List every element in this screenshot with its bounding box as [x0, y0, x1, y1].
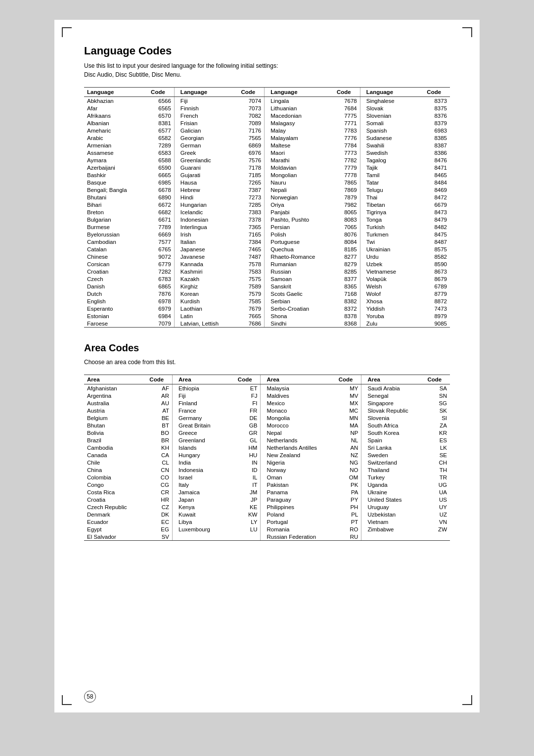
lang-name: Cambodian — [84, 238, 148, 245]
lang-name: Maltese — [265, 142, 334, 149]
area-name: Portugal — [261, 518, 336, 525]
lang-col-3-header: Language — [265, 88, 334, 97]
lang-code: 7265 — [238, 179, 264, 186]
lang-name: Azerbaijani — [84, 164, 148, 171]
lang-name: Hausa — [174, 179, 238, 186]
table-row: Bihari6672Hungarian7285Oriya7982Tibetan6… — [84, 201, 450, 208]
area-name: Netherlands — [261, 436, 336, 444]
lang-name: Tigrinya — [360, 208, 424, 216]
acode-col-3-header: Code — [336, 375, 361, 384]
area-name: Malaysia — [261, 384, 336, 392]
area-code: CG — [146, 481, 172, 488]
area-col-2-header: Area — [172, 375, 234, 384]
lang-name: Volapük — [360, 275, 424, 283]
area-code: BO — [146, 429, 172, 436]
area-code: CL — [146, 459, 172, 466]
lang-code: 6679 — [424, 201, 450, 208]
table-row: Breton6682Icelandic7383Panjabi8065Tigrin… — [84, 208, 450, 216]
area-code: MV — [336, 392, 361, 399]
table-row: Estonian6984Latin7665Shona8378Yoruba8979 — [84, 312, 450, 320]
lang-code: 8376 — [424, 112, 450, 119]
area-code: BE — [146, 414, 172, 422]
area-code: BR — [146, 436, 172, 444]
area-table: Area Code Area Code Area Code Area Code … — [84, 375, 450, 541]
lang-code: 7776 — [334, 134, 360, 142]
lang-name: Icelandic — [174, 208, 238, 216]
lang-name: Turkish — [360, 223, 424, 231]
lang-name: Rhaeto-Romance — [265, 253, 334, 260]
table-row: Bengali; Bangla6678Hebrew7387Nepali7869T… — [84, 186, 450, 193]
table-row: Assamese6583Greek6976Maori7773Swedish838… — [84, 149, 450, 156]
table-row: DenmarkDKKuwaitKWPolandPLUzbekistanUZ — [84, 511, 450, 518]
lang-name: Xhosa — [360, 297, 424, 305]
area-name: Islands — [172, 444, 234, 451]
lang-col-4-header: Language — [360, 88, 424, 97]
code-col-1-header: Code — [148, 88, 174, 97]
lang-name: Javanese — [174, 253, 238, 260]
table-row: ChileCLIndiaINNigeriaNGSwitzerlandCH — [84, 459, 450, 466]
area-code: UA — [424, 488, 450, 496]
lang-code: 7982 — [334, 201, 360, 208]
lang-name: Byelorussian — [84, 231, 148, 238]
lang-code: 6979 — [148, 305, 174, 312]
language-description: Use this list to input your desired lang… — [84, 61, 450, 79]
lang-name: Telugu — [360, 186, 424, 193]
lang-name: Slovenian — [360, 112, 424, 119]
lang-name: Italian — [174, 238, 238, 245]
area-code — [235, 533, 261, 541]
area-name: Ethiopia — [172, 384, 234, 392]
area-name: Mexico — [261, 399, 336, 407]
corner-bl — [62, 695, 72, 705]
table-row: CambodiaKHIslandsHMNetherlands AntillesA… — [84, 444, 450, 451]
lang-name: Albanian — [84, 119, 148, 127]
table-row: CongoCGItalyITPakistanPKUgandaUG — [84, 481, 450, 488]
area-col-4-header: Area — [361, 375, 425, 384]
lang-name: Afrikaans — [84, 112, 148, 119]
area-name: Paraguay — [261, 496, 336, 503]
lang-name: Lingala — [265, 97, 334, 105]
table-row: CanadaCAHungaryHUNew ZealandNZSwedenSE — [84, 451, 450, 459]
area-col-1-header: Area — [84, 375, 146, 384]
language-title: Language Codes — [84, 45, 450, 57]
lang-code: 7876 — [148, 290, 174, 297]
lang-code: 7073 — [238, 104, 264, 112]
area-name: Colombia — [84, 473, 146, 481]
lang-code: 7065 — [334, 223, 360, 231]
lang-code: 7782 — [334, 156, 360, 164]
lang-name: Tonga — [360, 216, 424, 223]
lang-code: 6779 — [148, 260, 174, 268]
lang-name: Welsh — [360, 283, 424, 290]
area-code: UG — [424, 481, 450, 488]
lang-name: Galician — [174, 127, 238, 134]
area-name: Sri Lanka — [361, 444, 425, 451]
table-row: Costa RicaCRJamaicaJMPanamaPAUkraineUA — [84, 488, 450, 496]
area-code: TR — [424, 473, 450, 481]
area-name: Czech Republic — [84, 503, 146, 511]
area-code: KR — [424, 429, 450, 436]
lang-code: 7384 — [238, 238, 264, 245]
lang-code: 6671 — [148, 216, 174, 223]
area-code: CA — [146, 451, 172, 459]
table-row: Armenian7289German6869Maltese7784Swahili… — [84, 142, 450, 149]
table-row: Ameharic6577Galician7176Malay7783Spanish… — [84, 127, 450, 134]
area-name: Turkey — [361, 473, 425, 481]
lang-name: Kirghiz — [174, 283, 238, 290]
lang-name: Greek — [174, 149, 238, 156]
lang-code: 8185 — [334, 245, 360, 253]
area-code: NO — [336, 466, 361, 473]
lang-code: 7285 — [238, 201, 264, 208]
lang-name: Malagasy — [265, 119, 334, 127]
lang-name: Nauru — [265, 179, 334, 186]
area-code: ID — [235, 466, 261, 473]
area-code: RU — [336, 533, 361, 541]
lang-code: 6865 — [148, 283, 174, 290]
area-name: Fiji — [172, 392, 234, 399]
lang-name: Tibetan — [360, 201, 424, 208]
area-name: Morocco — [261, 422, 336, 429]
area-name: Japan — [172, 496, 234, 503]
lang-name: Czech — [84, 275, 148, 283]
lang-code: 7579 — [238, 290, 264, 297]
area-code: AN — [336, 444, 361, 451]
lang-name: Shona — [265, 312, 334, 320]
area-name: Uganda — [361, 481, 425, 488]
